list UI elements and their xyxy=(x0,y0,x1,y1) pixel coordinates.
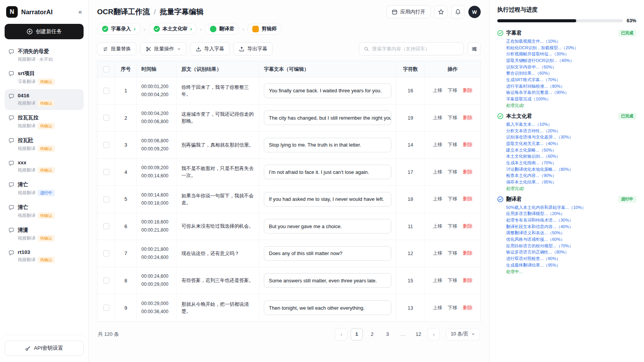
import-subtitle-button[interactable]: 导入字幕 xyxy=(190,42,230,55)
move-down-button[interactable]: 下移 xyxy=(448,142,458,148)
subtitle-input[interactable]: Some answers still matter, even three ye… xyxy=(264,273,391,288)
select-all-checkbox[interactable] xyxy=(103,66,109,72)
chat-bubble-icon xyxy=(8,182,14,188)
row-checkbox[interactable] xyxy=(103,115,109,121)
subtitle-input[interactable]: Then tonight, we tell each other everyth… xyxy=(264,300,391,315)
project-item[interactable]: 0416 视频翻译 待确认 xyxy=(5,89,84,110)
page-button[interactable]: 1 xyxy=(351,328,363,340)
row-checkbox[interactable] xyxy=(103,142,109,148)
subtitle-input[interactable]: You finally came back. I waited three ye… xyxy=(264,83,391,98)
project-item[interactable]: 拉瓦瓦拉 视频翻译 待确认 xyxy=(5,111,84,133)
breadcrumb-workflow[interactable]: OCR翻译工作流 xyxy=(97,7,150,17)
delete-button[interactable]: 删除 xyxy=(463,196,473,202)
agent-log: 正在加载视频文件...（10%）初始化OCR识别，加载模型...（20%）分析视… xyxy=(497,38,636,108)
row-checkbox[interactable] xyxy=(103,88,109,94)
project-name: 清亡 xyxy=(18,181,55,188)
delete-button[interactable]: 删除 xyxy=(463,305,473,311)
favorite-button[interactable] xyxy=(434,5,448,18)
project-item[interactable]: 清潇 视频翻译 待确认 xyxy=(5,223,84,245)
sidebar: N NarratorAI « 创建新任务 不消失的母爱 视频翻译 · 未开始 xyxy=(0,0,89,362)
collapse-sidebar-icon[interactable]: « xyxy=(79,8,82,16)
subtitle-input[interactable]: The city has changed, but I still rememb… xyxy=(264,110,391,125)
create-task-button[interactable]: 创建新任务 xyxy=(5,24,84,39)
page-button[interactable]: … xyxy=(397,328,409,340)
batch-operations-button[interactable]: 批量操作 xyxy=(140,42,186,55)
project-item[interactable]: rt103 视频翻译 待确认 xyxy=(5,246,84,267)
project-item[interactable]: 清亡 视频翻译 进行中 xyxy=(5,178,84,200)
move-up-button[interactable]: 上移 xyxy=(433,169,443,175)
step-translator[interactable]: 翻译君 xyxy=(205,23,239,35)
move-down-button[interactable]: 下移 xyxy=(448,169,458,175)
move-up-button[interactable]: 上移 xyxy=(433,87,443,94)
row-checkbox[interactable] xyxy=(103,305,109,311)
move-down-button[interactable]: 下移 xyxy=(448,277,458,284)
project-type: 视频翻译 xyxy=(18,146,35,152)
next-page-button[interactable]: › xyxy=(428,328,440,340)
move-up-button[interactable]: 上移 xyxy=(433,250,443,257)
row-checkbox[interactable] xyxy=(103,169,109,175)
delete-button[interactable]: 删除 xyxy=(463,250,473,257)
agent-header: 翻译君 进行中 xyxy=(497,196,636,203)
row-checkbox[interactable] xyxy=(103,277,109,284)
subtitle-input[interactable]: I’m not afraid to face it. I just can’t … xyxy=(264,165,391,179)
step-subtitle-entry[interactable]: 字幕录入 › xyxy=(97,23,141,35)
step-label: 字幕录入 xyxy=(111,25,131,32)
import-icon xyxy=(196,46,201,52)
row-checkbox[interactable] xyxy=(103,196,109,202)
batch-replace-button[interactable]: 批量替换 xyxy=(97,42,136,55)
search-input[interactable] xyxy=(372,46,459,52)
move-up-button[interactable]: 上移 xyxy=(433,196,443,202)
row-checkbox-cell xyxy=(97,267,115,294)
time-start: 00:00:09,200 xyxy=(141,164,168,172)
page-button[interactable]: 2 xyxy=(366,328,378,340)
move-down-button[interactable]: 下移 xyxy=(448,250,458,257)
prev-page-button[interactable]: ‹ xyxy=(335,328,347,340)
api-key-settings-button[interactable]: API密钥设置 xyxy=(5,340,84,356)
move-up-button[interactable]: 上移 xyxy=(433,223,443,230)
user-avatar[interactable]: W xyxy=(468,6,481,18)
project-info: xxx 视频翻译 待确认 xyxy=(18,160,55,173)
export-subtitle-button[interactable]: 导出字幕 xyxy=(233,42,273,55)
project-item[interactable]: xxx 视频翻译 待确认 xyxy=(5,156,84,177)
notifications-button[interactable] xyxy=(451,5,465,18)
step-editor[interactable]: 剪辑师 xyxy=(247,23,282,35)
row-checkbox[interactable] xyxy=(103,223,109,229)
project-item[interactable]: srt项目 字幕翻译 待确认 xyxy=(5,67,84,88)
page-button[interactable]: 12 xyxy=(412,328,424,340)
delete-button[interactable]: 删除 xyxy=(463,115,473,121)
move-up-button[interactable]: 上移 xyxy=(433,142,443,148)
move-up-button[interactable]: 上移 xyxy=(433,115,443,121)
project-item[interactable]: 清亡 视频翻译 待确认 xyxy=(5,200,84,222)
row-checkbox[interactable] xyxy=(103,250,109,257)
delete-button[interactable]: 删除 xyxy=(463,169,473,175)
subtitle-input[interactable]: Stop lying to me. The truth is in that l… xyxy=(264,138,391,152)
filter-button[interactable] xyxy=(468,42,481,55)
page-button[interactable]: 3 xyxy=(381,328,394,340)
batch-operations-label: 批量操作 xyxy=(154,45,174,52)
delete-button[interactable]: 删除 xyxy=(463,277,473,284)
step-culture-review[interactable]: 本土文化审 › xyxy=(149,23,197,35)
project-status-badge: 待确认 xyxy=(38,145,55,152)
move-up-button[interactable]: 上移 xyxy=(433,305,443,311)
subtitle-input[interactable]: Does any of this still matter now? xyxy=(264,246,391,261)
subtitle-input[interactable]: But you never gave me a choice. xyxy=(264,219,391,234)
page-size-select[interactable]: 10 条/页 xyxy=(446,328,480,340)
delete-button[interactable]: 删除 xyxy=(463,87,473,94)
move-down-button[interactable]: 下移 xyxy=(448,115,458,121)
progress-log-line: 50%载入本土化内容和原始字幕...（10%） xyxy=(506,205,636,210)
open-in-app-button[interactable]: 应用内打开 xyxy=(386,5,431,18)
move-down-button[interactable]: 下移 xyxy=(448,305,458,311)
row-subtitle-cell: The city has changed, but I still rememb… xyxy=(259,105,396,132)
row-char-count: 16 xyxy=(396,77,425,104)
move-down-button[interactable]: 下移 xyxy=(448,196,458,202)
time-end: 00:00:06,800 xyxy=(141,118,168,126)
project-item[interactable]: 不消失的母爱 视频翻译 · 未开始 xyxy=(5,45,84,66)
delete-button[interactable]: 删除 xyxy=(463,142,473,148)
move-down-button[interactable]: 下移 xyxy=(448,87,458,94)
move-up-button[interactable]: 上移 xyxy=(433,277,443,284)
project-item[interactable]: 拉瓦瓧 视频翻译 待确认 xyxy=(5,133,84,155)
move-down-button[interactable]: 下移 xyxy=(448,223,458,230)
toolbar: 批量替换 批量操作 导入字幕 导出字幕 xyxy=(97,42,481,55)
subtitle-input[interactable]: If you had asked me to stay, I never wou… xyxy=(264,192,391,207)
delete-button[interactable]: 删除 xyxy=(463,223,473,230)
